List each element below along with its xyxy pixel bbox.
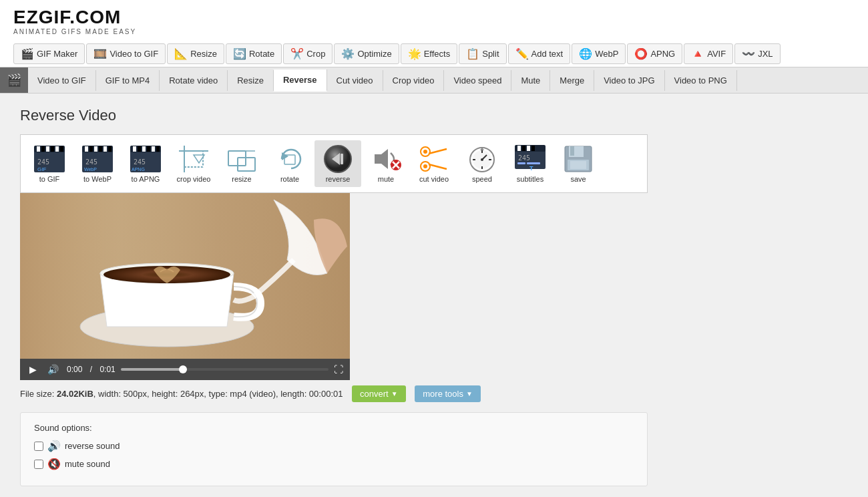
tool-cut-video[interactable]: cut video [411, 140, 457, 187]
svg-rect-64 [522, 146, 525, 151]
svg-rect-65 [527, 146, 530, 151]
reverse-sound-row: 🔊 reverse sound [34, 440, 634, 452]
subnav-crop-video[interactable]: Crop video [383, 70, 445, 91]
svg-line-48 [429, 149, 447, 154]
svg-rect-23 [138, 146, 141, 152]
nav-video-to-gif[interactable]: 🎞️ Video to GIF [86, 43, 166, 64]
nav-gif-maker-label: GIF Maker [37, 49, 77, 59]
svg-point-59 [481, 158, 483, 161]
nav-avif[interactable]: 🔺 AVIF [684, 43, 733, 64]
sound-options-panel: Sound options: 🔊 reverse sound 🔇 mute so… [20, 412, 648, 486]
crop-icon: ✂️ [290, 47, 304, 60]
mute-sound-label[interactable]: mute sound [65, 459, 110, 469]
svg-rect-4 [46, 146, 49, 152]
nav-jxl[interactable]: 〰️ JXL [734, 43, 780, 64]
play-button[interactable]: ▶ [27, 363, 39, 376]
cut-video-label: cut video [419, 175, 449, 183]
subnav-gif-to-mp4[interactable]: GIF to MP4 [96, 70, 160, 91]
speed-icon [465, 144, 499, 174]
tool-crop-video[interactable]: crop video [170, 140, 217, 187]
tool-mute[interactable]: mute [363, 140, 409, 187]
tool-to-apng[interactable]: 245 APNG to APNG [122, 140, 169, 187]
nav-optimize[interactable]: ⚙️ Optimize [334, 43, 399, 64]
subnav-rotate-video[interactable]: Rotate video [160, 70, 228, 91]
convert-arrow-icon: ▼ [391, 390, 398, 397]
svg-marker-37 [282, 152, 288, 160]
nav-webp[interactable]: 🌐 WebP [572, 43, 626, 64]
progress-bar[interactable] [121, 368, 329, 371]
webp-icon: 🌐 [579, 47, 592, 60]
film-icon: 🎬 [0, 67, 28, 93]
nav-apng-label: APNG [650, 49, 675, 59]
more-tools-button[interactable]: more tools ▼ [415, 385, 481, 402]
progress-thumb[interactable] [179, 365, 187, 373]
tool-speed[interactable]: speed [459, 140, 505, 187]
tool-to-gif[interactable]: 245 GIF to GIF [26, 140, 73, 187]
nav-crop[interactable]: ✂️ Crop [283, 43, 333, 64]
gif-maker-icon: 🎬 [21, 47, 34, 60]
split-icon: 📋 [466, 47, 479, 60]
convert-button[interactable]: convert ▼ [352, 385, 406, 402]
nav-add-text[interactable]: ✏️ Add text [508, 43, 571, 64]
svg-rect-5 [51, 146, 54, 152]
mute-sound-checkbox[interactable] [34, 460, 43, 469]
nav-split-label: Split [482, 49, 499, 59]
svg-rect-12 [85, 146, 88, 152]
progress-fill [121, 368, 183, 371]
nav-video-to-gif-label: Video to GIF [110, 49, 158, 59]
nav-gif-maker[interactable]: 🎬 GIF Maker [13, 43, 85, 64]
logo[interactable]: EZGIF.COM ANIMATED GIFS MADE EASY [13, 7, 136, 35]
svg-rect-22 [133, 146, 136, 152]
tool-subtitles[interactable]: 245 T subtitles [507, 140, 554, 187]
resize-icon: 📐 [174, 47, 188, 60]
logo-sub-text: ANIMATED GIFS MADE EASY [13, 28, 136, 35]
svg-text:245: 245 [85, 158, 97, 166]
volume-button[interactable]: 🔊 [45, 363, 61, 376]
svg-rect-2 [37, 146, 40, 152]
svg-rect-13 [89, 146, 93, 152]
page-title: Reverse Video [20, 107, 648, 124]
tool-to-webp[interactable]: 245 WebP to WebP [74, 140, 121, 187]
fullscreen-button[interactable]: ⛶ [334, 364, 343, 375]
nav-apng[interactable]: ⭕ APNG [627, 43, 682, 64]
nav-rotate[interactable]: 🔄 Rotate [226, 43, 282, 64]
subnav-video-to-png[interactable]: Video to PNG [665, 70, 737, 91]
subnav-video-speed[interactable]: Video speed [444, 70, 511, 91]
subnav-mute[interactable]: Mute [511, 70, 550, 91]
svg-text:245: 245 [518, 154, 530, 162]
nav-resize[interactable]: 📐 Resize [167, 43, 224, 64]
file-size-value: 24.02KiB [57, 389, 93, 399]
to-gif-icon: 245 GIF [33, 144, 66, 174]
nav-add-text-label: Add text [531, 49, 564, 59]
rotate-icon [273, 144, 306, 174]
nav-optimize-label: Optimize [357, 49, 391, 59]
svg-text:GIF: GIF [37, 166, 46, 172]
svg-rect-14 [94, 146, 97, 152]
resize-label: resize [232, 175, 251, 183]
jxl-icon: 〰️ [742, 47, 755, 60]
reverse-sound-checkbox[interactable] [34, 442, 43, 451]
subnav-reverse[interactable]: Reverse [274, 69, 327, 92]
subnav-resize[interactable]: Resize [228, 70, 274, 91]
reverse-sound-icon: 🔊 [47, 440, 61, 452]
tool-rotate[interactable]: rotate [266, 140, 313, 187]
time-separator: / [87, 365, 94, 374]
tool-resize[interactable]: resize [218, 140, 265, 187]
tool-reverse[interactable]: reverse [314, 140, 361, 187]
nav-effects[interactable]: 🌟 Effects [401, 43, 458, 64]
sub-navigation: 🎬 Video to GIF GIF to MP4 Rotate video R… [0, 67, 868, 94]
svg-rect-27 [156, 146, 160, 152]
reverse-sound-label[interactable]: reverse sound [65, 441, 120, 451]
svg-rect-17 [108, 146, 112, 152]
svg-rect-16 [103, 146, 107, 152]
subnav-video-to-gif[interactable]: Video to GIF [28, 70, 96, 91]
subnav-video-to-jpg[interactable]: Video to JPG [594, 70, 664, 91]
subnav-cut-video[interactable]: Cut video [327, 70, 383, 91]
nav-split[interactable]: 📋 Split [459, 43, 506, 64]
logo-main-text: EZGIF.COM [13, 7, 136, 28]
subnav-merge[interactable]: Merge [550, 70, 594, 91]
tool-save[interactable]: save [555, 140, 602, 187]
save-label: save [570, 175, 586, 183]
mute-label: mute [378, 175, 394, 183]
reverse-label: reverse [326, 175, 351, 183]
